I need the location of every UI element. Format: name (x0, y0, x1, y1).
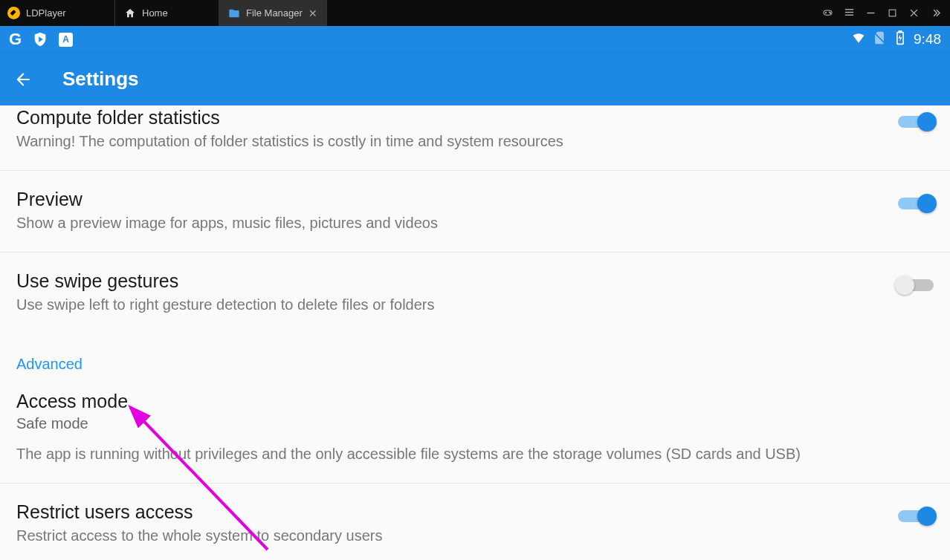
google-icon: G (9, 30, 22, 49)
close-tab-button[interactable]: ✕ (308, 7, 317, 19)
page-title: Settings (62, 68, 139, 91)
maximize-button[interactable] (887, 7, 898, 19)
tab-file-manager[interactable]: File Manager ✕ (219, 0, 327, 26)
section-header-advanced: Advanced (0, 333, 950, 379)
wifi-icon (851, 30, 866, 49)
status-time: 9:48 (914, 31, 941, 48)
ldplayer-label: LDPlayer (26, 7, 65, 19)
window-controls (822, 7, 950, 20)
folder-icon (228, 7, 240, 19)
tab-file-manager-label: File Manager (246, 7, 303, 19)
setting-desc: Show a preview image for apps, music fil… (16, 213, 868, 232)
toggle-preview[interactable] (898, 198, 934, 209)
setting-title: Preview (16, 189, 868, 210)
setting-compute-folder-statistics[interactable]: Compute folder statistics Warning! The c… (0, 105, 950, 171)
toggle-compute-stats[interactable] (898, 116, 934, 128)
svg-rect-9 (889, 10, 896, 16)
tab-home[interactable]: Home (115, 0, 219, 26)
menu-icon[interactable] (844, 7, 855, 20)
setting-swipe-gestures[interactable]: Use swipe gestures Use swipe left to rig… (0, 253, 950, 333)
setting-title: Restrict users access (16, 501, 868, 523)
battery-charging-icon (893, 30, 908, 49)
setting-title: Compute folder statistics (16, 107, 868, 128)
setting-access-mode[interactable]: Access mode Safe mode The app is running… (0, 379, 950, 484)
toggle-restrict-users[interactable] (898, 510, 934, 522)
svg-rect-7 (845, 14, 853, 15)
setting-desc: Use swipe left to right gesture detectio… (16, 295, 868, 314)
android-status-bar: G A 9:48 (0, 26, 950, 53)
setting-desc: Warning! The computation of folder stati… (16, 131, 868, 151)
shield-play-icon (32, 31, 48, 48)
svg-rect-6 (845, 11, 853, 12)
svg-rect-5 (845, 9, 853, 10)
svg-point-3 (829, 11, 830, 12)
setting-subvalue: Safe mode (16, 415, 904, 432)
settings-list[interactable]: Compute folder statistics Warning! The c… (0, 105, 950, 560)
setting-title: Access mode (16, 391, 904, 412)
tab-home-label: Home (142, 7, 168, 19)
more-button[interactable] (930, 7, 941, 19)
home-icon (124, 7, 136, 19)
setting-restrict-users-access[interactable]: Restrict users access Restrict access to… (0, 484, 950, 550)
back-button[interactable] (13, 70, 33, 89)
svg-rect-14 (899, 30, 901, 32)
setting-title: Use swipe gestures (16, 270, 868, 292)
app-badge-icon: A (59, 33, 73, 47)
setting-desc: Restrict access to the whole system to s… (16, 526, 868, 545)
close-window-button[interactable] (908, 7, 920, 19)
ldplayer-icon (7, 7, 20, 19)
app-bar: Settings (0, 53, 950, 105)
minimize-button[interactable] (865, 7, 876, 19)
setting-desc: The app is running without privileges an… (16, 444, 904, 463)
setting-preview[interactable]: Preview Show a preview image for apps, m… (0, 171, 950, 253)
no-sim-icon (872, 30, 887, 49)
window-tab-bar: LDPlayer Home File Manager ✕ (0, 0, 950, 26)
ldplayer-brand: LDPlayer (0, 0, 115, 26)
svg-point-4 (830, 13, 831, 13)
toggle-swipe[interactable] (898, 279, 934, 291)
gamepad-icon[interactable] (822, 7, 833, 20)
